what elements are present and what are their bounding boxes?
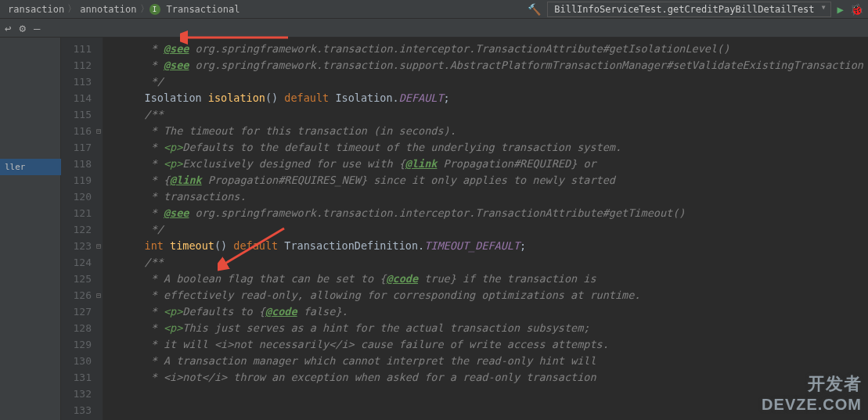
code-line: */	[103, 74, 868, 90]
line-number: 117	[61, 139, 103, 156]
code-line: Isolation isolation() default Isolation.…	[103, 90, 868, 106]
code-line: * {@link Propagation#REQUIRES_NEW} since…	[103, 172, 868, 188]
line-number: 120	[61, 188, 103, 205]
line-number: 119	[61, 172, 103, 188]
line-number: 118	[61, 156, 103, 172]
line-number: 131	[61, 369, 103, 386]
interface-icon: I	[149, 4, 160, 15]
code-line: * effectively read-only, allowing for co…	[103, 287, 868, 303]
settings-icon[interactable]: ⚙	[19, 22, 25, 34]
breadcrumb-sep: 〉	[140, 2, 149, 16]
breadcrumb-seg-1[interactable]: ransaction	[5, 4, 67, 15]
run-icon[interactable]: ▶	[837, 3, 844, 16]
line-number: 112	[61, 57, 103, 74]
run-config-dropdown[interactable]: BillInfoServiceTest.getCreditPayBillDeta…	[547, 2, 830, 17]
line-number: 129	[61, 336, 103, 353]
watermark: 开发者 DEVZE.COM	[762, 372, 862, 414]
code-line: * A boolean flag that can be set to {@co…	[103, 271, 868, 287]
code-line: * <p>Defaults to {@code false}.	[103, 303, 868, 320]
code-line: * transactions.	[103, 188, 868, 205]
line-number: 122	[61, 221, 103, 238]
code-line: * <i>not</i> throw an exception when ask…	[103, 369, 868, 386]
code-line: */	[103, 221, 868, 238]
code-line: * @see org.springframework.transaction.s…	[103, 57, 868, 74]
breadcrumb-bar: ransaction 〉 annotation 〉 I Transactiona…	[0, 0, 868, 19]
line-number: 123⊟	[61, 238, 103, 254]
code-line: * <p>This just serves as a hint for the …	[103, 320, 868, 336]
line-number: 132	[61, 386, 103, 402]
debug-icon[interactable]: 🐞	[850, 3, 863, 16]
breadcrumb-seg-2[interactable]: annotation	[77, 4, 139, 15]
gutter: 111112113114115116⊟117118119120121122123…	[61, 38, 103, 420]
line-number: 128	[61, 320, 103, 336]
code-line: int timeout() default TransactionDefinit…	[103, 238, 868, 254]
toolbar-right: 🔨 BillInfoServiceTest.getCreditPayBillDe…	[528, 2, 863, 17]
line-number: 116⊟	[61, 123, 103, 139]
collapse-icon[interactable]: —	[34, 22, 40, 34]
line-number: 113	[61, 74, 103, 90]
breadcrumb-sep: 〉	[67, 2, 77, 16]
code-line: * @see org.springframework.transaction.i…	[103, 41, 868, 57]
code-editor[interactable]: * @see org.springframework.transaction.i…	[103, 38, 868, 420]
code-line: * <p>Defaults to the default timeout of …	[103, 139, 868, 156]
code-line: * @see org.springframework.transaction.i…	[103, 205, 868, 221]
code-line: /**	[103, 254, 868, 271]
line-number: 130	[61, 353, 103, 369]
line-number: 121	[61, 205, 103, 221]
line-number: 126⊟	[61, 287, 103, 303]
line-number: 124	[61, 254, 103, 271]
build-icon[interactable]: 🔨	[528, 3, 541, 16]
line-number: 125	[61, 271, 103, 287]
code-line: * A transaction manager which cannot int…	[103, 353, 868, 369]
back-icon[interactable]: ↩	[5, 22, 11, 34]
line-number: 114	[61, 90, 103, 106]
editor-toolbar: ↩ ⚙ — I Transactional.java ×	[0, 19, 868, 38]
code-line: * <p>Exclusively designed for use with {…	[103, 156, 868, 172]
line-number: 111	[61, 41, 103, 57]
code-line: * it will <i>not necessarily</i> cause f…	[103, 336, 868, 353]
line-number: 127	[61, 303, 103, 320]
line-number: 133	[61, 402, 103, 418]
editor-main: ller 111112113114115116⊟1171181191201211…	[0, 38, 868, 420]
project-sidebar[interactable]: ller	[0, 38, 61, 420]
code-line: * The timeout for this transaction (in s…	[103, 123, 868, 139]
line-number: 115	[61, 106, 103, 123]
sidebar-item[interactable]: ller	[0, 159, 61, 175]
code-line: /**	[103, 106, 868, 123]
breadcrumb-seg-3[interactable]: Transactional	[164, 4, 243, 15]
